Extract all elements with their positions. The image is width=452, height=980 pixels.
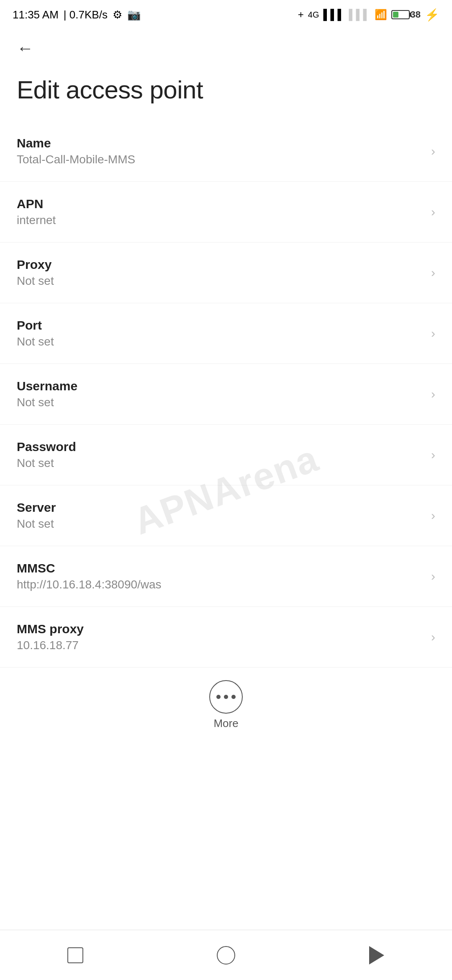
settings-item-port-content: Port Not set [17, 318, 431, 348]
status-left: 11:35 AM | 0.7KB/s ⚙ 📷 [13, 8, 141, 21]
nav-recents-button[interactable] [59, 939, 92, 972]
settings-label-server: Server [17, 500, 431, 515]
status-right: + 4G ▌▌▌ ▌▌▌ 📶 38 ⚡ [298, 8, 439, 22]
settings-value-port: Not set [17, 335, 431, 348]
charging-icon: ⚡ [425, 8, 439, 22]
recents-icon [67, 947, 83, 963]
settings-item-mmsc-content: MMSC http://10.16.18.4:38090/was [17, 561, 431, 591]
settings-label-port: Port [17, 318, 431, 333]
settings-value-apn: internet [17, 214, 431, 227]
wifi-icon: 📶 [375, 9, 387, 21]
settings-item-port[interactable]: Port Not set › [0, 303, 452, 364]
settings-item-apn[interactable]: APN internet › [0, 182, 452, 242]
settings-label-mmsc: MMSC [17, 561, 431, 575]
settings-item-username-content: Username Not set [17, 379, 431, 409]
signal-bars-icon: ▌▌▌ [323, 9, 344, 21]
settings-label-proxy: Proxy [17, 258, 431, 272]
settings-item-password-content: Password Not set [17, 440, 431, 470]
chevron-right-proxy: › [431, 266, 435, 280]
more-dots-icon [216, 695, 236, 699]
settings-label-apn: APN [17, 197, 431, 211]
settings-item-mms-proxy[interactable]: MMS proxy 10.16.18.77 › [0, 607, 452, 668]
signal-bars2-icon: ▌▌▌ [349, 9, 370, 21]
settings-label-name: Name [17, 136, 431, 150]
settings-label-password: Password [17, 440, 431, 454]
dot-2 [224, 695, 228, 699]
settings-item-password[interactable]: Password Not set › [0, 425, 452, 485]
back-arrow-icon: ← [17, 39, 33, 58]
chevron-right-port: › [431, 326, 435, 340]
back-button[interactable]: ← [13, 36, 38, 61]
chevron-right-username: › [431, 387, 435, 401]
settings-item-username[interactable]: Username Not set › [0, 364, 452, 425]
settings-item-name-content: Name Total-Call-Mobile-MMS [17, 136, 431, 166]
settings-value-mms-proxy: 10.16.18.77 [17, 639, 431, 652]
more-circle-icon [209, 680, 243, 714]
settings-label-mms-proxy: MMS proxy [17, 622, 431, 636]
more-label: More [213, 717, 238, 730]
settings-item-name[interactable]: Name Total-Call-Mobile-MMS › [0, 121, 452, 182]
more-section: More [0, 668, 452, 738]
settings-item-proxy-content: Proxy Not set [17, 258, 431, 288]
bluetooth-icon: + [298, 9, 304, 21]
settings-item-proxy[interactable]: Proxy Not set › [0, 242, 452, 303]
bottom-nav [0, 930, 452, 980]
dot-1 [216, 695, 221, 699]
settings-value-mmsc: http://10.16.18.4:38090/was [17, 578, 431, 591]
settings-list: Name Total-Call-Mobile-MMS › APN interne… [0, 121, 452, 668]
settings-item-server[interactable]: Server Not set › [0, 485, 452, 546]
time-display: 11:35 AM [13, 8, 59, 21]
back-icon [369, 946, 384, 965]
chevron-right-apn: › [431, 205, 435, 219]
status-bar: 11:35 AM | 0.7KB/s ⚙ 📷 + 4G ▌▌▌ ▌▌▌ 📶 38… [0, 0, 452, 29]
nav-home-button[interactable] [209, 939, 243, 972]
chevron-right-mmsc: › [431, 569, 435, 583]
nav-back-button[interactable] [360, 939, 393, 972]
settings-value-username: Not set [17, 396, 431, 409]
camera-icon: 📷 [127, 8, 141, 21]
settings-item-server-content: Server Not set [17, 500, 431, 531]
settings-value-server: Not set [17, 517, 431, 531]
home-icon [217, 946, 235, 965]
battery-container: 38 [391, 9, 421, 20]
signal-4g-icon: 4G [308, 10, 319, 20]
settings-label-username: Username [17, 379, 431, 393]
settings-icon: ⚙ [113, 8, 122, 21]
settings-item-mmsc[interactable]: MMSC http://10.16.18.4:38090/was › [0, 546, 452, 607]
page-title: Edit access point [0, 67, 452, 121]
settings-value-name: Total-Call-Mobile-MMS [17, 153, 431, 166]
chevron-right-mms-proxy: › [431, 630, 435, 644]
more-button[interactable]: More [209, 680, 243, 730]
chevron-right-server: › [431, 508, 435, 523]
dot-3 [231, 695, 236, 699]
battery-percent: 38 [411, 9, 421, 20]
settings-item-mms-proxy-content: MMS proxy 10.16.18.77 [17, 622, 431, 652]
chevron-right-name: › [431, 144, 435, 158]
chevron-right-password: › [431, 448, 435, 462]
battery-icon [391, 10, 410, 19]
settings-value-password: Not set [17, 456, 431, 470]
settings-value-proxy: Not set [17, 274, 431, 288]
speed-display: | 0.7KB/s [64, 8, 108, 21]
top-nav: ← [0, 29, 452, 67]
settings-item-apn-content: APN internet [17, 197, 431, 227]
